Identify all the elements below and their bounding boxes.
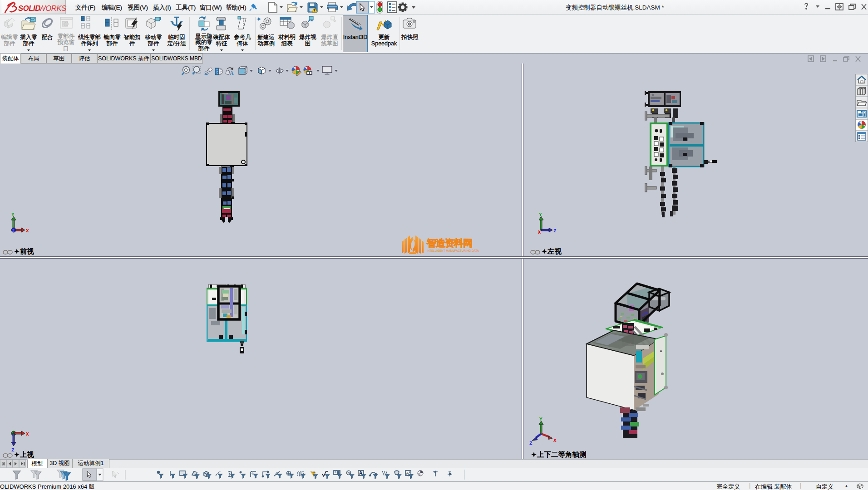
svg-text:智造资料网: 智造资料网 bbox=[426, 238, 472, 248]
svg-text:Y: Y bbox=[539, 212, 542, 217]
svg-text:N: N bbox=[348, 471, 350, 475]
svg-text:A: A bbox=[230, 70, 234, 76]
svg-text:X: X bbox=[26, 431, 29, 437]
svg-text:Z: Z bbox=[553, 228, 557, 234]
svg-text:X: X bbox=[26, 228, 29, 234]
svg-text:WORKS: WORKS bbox=[39, 4, 66, 12]
svg-text:X: X bbox=[553, 438, 557, 443]
svg-text:Z: Z bbox=[529, 441, 533, 445]
svg-text:Z: Z bbox=[12, 229, 15, 233]
svg-text:X: X bbox=[538, 230, 541, 235]
svg-text:SOLID: SOLID bbox=[18, 4, 40, 12]
svg-text:INTELLIGENT MANUFACTURING DATA: INTELLIGENT MANUFACTURING DATA bbox=[427, 249, 479, 252]
svg-text:Y: Y bbox=[11, 212, 15, 217]
